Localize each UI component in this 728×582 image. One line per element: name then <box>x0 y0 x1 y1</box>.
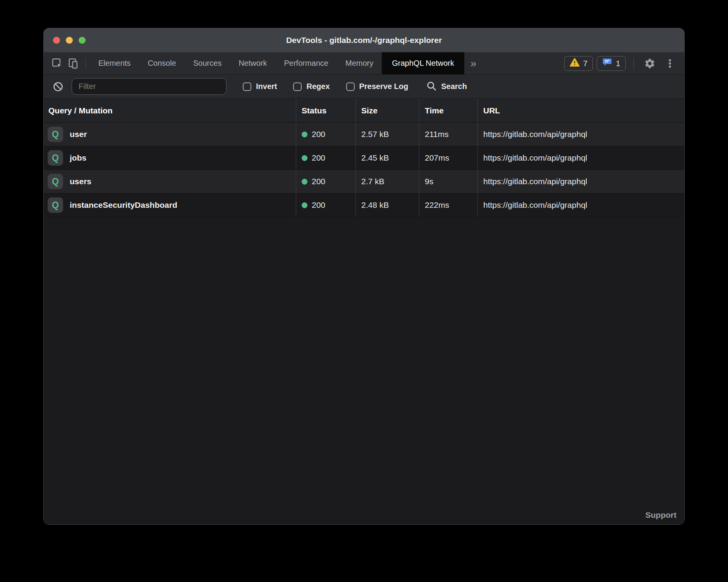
search-button[interactable]: Search <box>426 80 467 93</box>
tab-memory[interactable]: Memory <box>337 52 382 74</box>
issue-count: 1 <box>616 59 620 68</box>
status-cell: 200 <box>296 193 355 217</box>
settings-gear-icon[interactable] <box>642 55 658 72</box>
preserve-log-checkbox[interactable]: Preserve Log <box>346 82 409 91</box>
issues-icon <box>602 57 612 69</box>
size-cell: 2.57 kB <box>355 123 419 146</box>
url-cell: https://gitlab.com/api/graphql <box>477 123 684 146</box>
warning-count: 7 <box>583 59 588 68</box>
time-cell: 9s <box>419 170 477 193</box>
inspect-element-icon[interactable] <box>49 55 65 72</box>
toolbar-right-cluster: 7 1 <box>564 55 684 72</box>
query-type-badge: Q <box>48 197 63 213</box>
zoom-button[interactable] <box>79 37 86 44</box>
status-cell: 200 <box>296 123 355 146</box>
filter-input[interactable] <box>72 78 227 95</box>
titlebar: DevTools - gitlab.com/-/graphql-explorer <box>44 28 684 52</box>
status-code: 200 <box>312 200 325 210</box>
checkbox-label: Regex <box>306 82 330 91</box>
column-header-size[interactable]: Size <box>355 99 419 122</box>
toolbar-divider <box>86 58 86 69</box>
table-row[interactable]: Q jobs 200 2.45 kB 207ms https://gitlab.… <box>44 146 684 170</box>
status-ok-dot-icon <box>302 132 307 137</box>
column-header-status[interactable]: Status <box>296 99 355 122</box>
tab-bar: Elements Console Sources Network Perform… <box>44 52 684 75</box>
search-icon <box>426 80 437 93</box>
checkbox-label: Preserve Log <box>359 82 409 91</box>
tab-network[interactable]: Network <box>230 52 275 74</box>
toolbar-divider <box>634 58 634 69</box>
url-cell: https://gitlab.com/api/graphql <box>477 193 684 217</box>
size-cell: 2.48 kB <box>355 193 419 217</box>
query-name: users <box>70 177 91 186</box>
query-name: instanceSecurityDashboard <box>70 200 177 210</box>
checkbox[interactable] <box>243 82 251 91</box>
issues-badge[interactable]: 1 <box>597 56 626 71</box>
checkbox[interactable] <box>346 82 355 91</box>
time-cell: 207ms <box>419 146 477 169</box>
status-ok-dot-icon <box>302 179 307 185</box>
kebab-menu-icon[interactable] <box>662 55 678 72</box>
tab-label: GraphQL Network <box>392 59 454 68</box>
checkbox-label: Invert <box>256 82 277 91</box>
query-cell: Q instanceSecurityDashboard <box>44 193 296 217</box>
query-name: jobs <box>70 153 86 163</box>
tab-graphql-network[interactable]: GraphQL Network <box>382 52 464 74</box>
table-row[interactable]: Q instanceSecurityDashboard 200 2.48 kB … <box>44 193 684 217</box>
tab-elements[interactable]: Elements <box>90 52 139 74</box>
warnings-badge[interactable]: 7 <box>564 56 593 71</box>
table-row[interactable]: Q users 200 2.7 kB 9s https://gitlab.com… <box>44 170 684 193</box>
device-toolbar-icon[interactable] <box>65 55 82 72</box>
tab-label: Sources <box>193 59 221 68</box>
table-row[interactable]: Q user 200 2.57 kB 211ms https://gitlab.… <box>44 123 684 146</box>
tab-label: Elements <box>98 59 130 68</box>
support-link[interactable]: Support <box>646 510 676 520</box>
table-header: Query / Mutation Status Size Time URL <box>44 99 684 123</box>
regex-checkbox[interactable]: Regex <box>293 82 330 91</box>
tab-console[interactable]: Console <box>139 52 184 74</box>
tab-label: Console <box>148 59 176 68</box>
query-type-badge: Q <box>48 174 63 189</box>
clear-network-log-icon[interactable] <box>50 79 66 95</box>
size-cell: 2.45 kB <box>355 146 419 169</box>
status-ok-dot-icon <box>302 202 307 208</box>
filter-bar: Invert Regex Preserve Log Search <box>44 75 684 99</box>
window-title: DevTools - gitlab.com/-/graphql-explorer <box>44 36 684 45</box>
devtools-window: DevTools - gitlab.com/-/graphql-explorer… <box>43 28 685 525</box>
query-type-badge: Q <box>48 127 63 142</box>
tab-performance[interactable]: Performance <box>276 52 337 74</box>
query-cell: Q users <box>44 170 296 193</box>
status-ok-dot-icon <box>302 155 307 161</box>
status-code: 200 <box>312 130 325 139</box>
time-cell: 222ms <box>419 193 477 217</box>
query-name: user <box>70 130 87 139</box>
time-cell: 211ms <box>419 123 477 146</box>
tab-label: Memory <box>345 59 373 68</box>
column-header-url[interactable]: URL <box>477 99 684 122</box>
tab-label: Performance <box>284 59 329 68</box>
close-button[interactable] <box>53 37 60 44</box>
warning-icon <box>570 58 580 69</box>
status-cell: 200 <box>296 170 355 193</box>
query-type-badge: Q <box>48 150 63 166</box>
status-cell: 200 <box>296 146 355 169</box>
url-cell: https://gitlab.com/api/graphql <box>477 170 684 193</box>
table-empty-area: Support <box>44 217 684 524</box>
status-code: 200 <box>312 153 325 163</box>
search-label: Search <box>441 82 467 91</box>
minimize-button[interactable] <box>66 37 73 44</box>
query-cell: Q user <box>44 123 296 146</box>
window-controls <box>53 37 86 44</box>
column-header-query-mutation[interactable]: Query / Mutation <box>44 99 296 122</box>
column-header-time[interactable]: Time <box>419 99 477 122</box>
size-cell: 2.7 kB <box>355 170 419 193</box>
tab-sources[interactable]: Sources <box>185 52 230 74</box>
url-cell: https://gitlab.com/api/graphql <box>477 146 684 169</box>
invert-checkbox[interactable]: Invert <box>243 82 277 91</box>
checkbox[interactable] <box>293 82 302 91</box>
status-code: 200 <box>312 177 325 186</box>
more-tabs-icon[interactable]: » <box>464 58 483 69</box>
query-cell: Q jobs <box>44 146 296 169</box>
tab-label: Network <box>239 59 267 68</box>
